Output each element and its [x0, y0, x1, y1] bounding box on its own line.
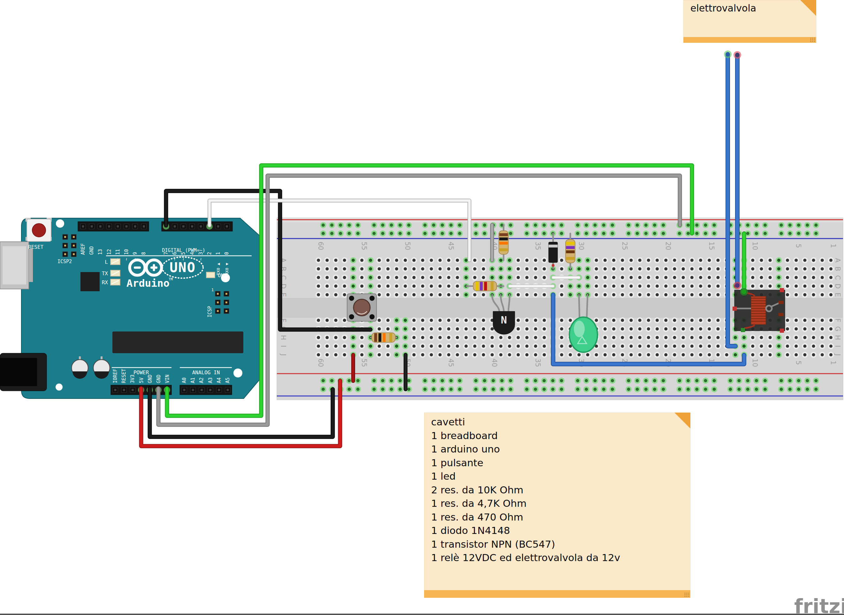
- header-pin-hole: [191, 226, 193, 228]
- wire-tip: [740, 288, 748, 296]
- uno-label: UNO: [170, 260, 196, 275]
- row-letter: A: [834, 258, 841, 263]
- column-number: 55: [360, 359, 368, 367]
- column-number: 25: [621, 242, 629, 250]
- column-number: 35: [534, 359, 542, 367]
- note-line: cavetti: [431, 415, 671, 429]
- pushbutton[interactable]: [347, 294, 377, 321]
- resistor-band: [378, 333, 381, 342]
- note-resize-grip-icon[interactable]: [810, 37, 815, 42]
- header-pin-hole: [117, 226, 119, 228]
- row-letter: F: [834, 318, 841, 322]
- pin-label: 12: [106, 249, 112, 255]
- header-pin-hole: [183, 389, 186, 391]
- wire-tip: [734, 282, 741, 289]
- transistor-mark: N: [501, 314, 507, 326]
- note-elettrovalvola[interactable]: elettrovalvola: [683, 0, 816, 43]
- note-line: 1 led: [431, 469, 671, 483]
- note-line: 1 pulsante: [431, 456, 671, 470]
- resistor-10k-horizontal[interactable]: [371, 333, 397, 342]
- note-drag-bar[interactable]: [424, 590, 690, 598]
- resistor-band: [491, 282, 494, 290]
- pin-label: 5V: [139, 377, 144, 383]
- column-number: 5: [794, 361, 802, 365]
- button-cap[interactable]: [353, 299, 370, 316]
- mounting-hole: [56, 219, 64, 228]
- column-number: 20: [664, 242, 672, 250]
- resistor-band: [484, 282, 487, 290]
- header-pin-hole: [108, 226, 110, 228]
- relay-pin: [741, 328, 745, 332]
- mounting-hole: [233, 368, 242, 377]
- note-line: 1 breadboard: [431, 429, 671, 443]
- note-text: cavetti1 breadboard1 arduino uno1 pulsan…: [431, 415, 671, 565]
- header-pin-hole: [99, 226, 101, 228]
- column-number: 1: [829, 361, 837, 365]
- pin-label: A1: [190, 377, 196, 383]
- icsp-label: ICSP: [207, 306, 212, 317]
- column-number: 35: [534, 242, 542, 250]
- note-line: 1 transistor NPN (BC547): [431, 537, 671, 551]
- digital-header-bank1: [78, 221, 149, 231]
- header-pin-hole: [226, 226, 228, 228]
- button-screw: [349, 296, 354, 301]
- resistor-band: [500, 248, 508, 251]
- resistor-band: [566, 242, 575, 245]
- relay-12vdc[interactable]: [733, 288, 785, 333]
- pin-label: 9: [132, 252, 138, 255]
- header-pin-hole: [91, 226, 93, 228]
- resistor-band: [500, 238, 508, 241]
- note-line: 2 res. da 10K Ohm: [431, 483, 671, 497]
- pin-label: A0: [182, 377, 187, 383]
- note-fold-icon: [674, 412, 690, 428]
- relay-pin: [733, 307, 737, 311]
- wire-tip-core: [742, 290, 746, 294]
- column-number: 10: [751, 242, 759, 250]
- pin-label: 11: [115, 249, 121, 255]
- pin-label: 2: [207, 252, 212, 255]
- wire-tip: [724, 50, 731, 58]
- led-on-label: ON: [218, 273, 224, 279]
- led-rx-label: RX: [102, 279, 108, 286]
- pin-label: GND: [156, 375, 161, 383]
- relay-contact: [778, 301, 784, 304]
- column-number: 60: [317, 242, 324, 250]
- header-pin-hole: [218, 389, 220, 391]
- row-letter: B: [834, 267, 841, 271]
- column-number: 10: [751, 359, 759, 367]
- relay-pin: [780, 288, 784, 292]
- usb-controller-chip: [81, 272, 100, 291]
- row-letter: C: [834, 275, 841, 280]
- wire-tip: [734, 51, 741, 59]
- resistor-band: [500, 242, 508, 245]
- reset-label: RESET: [28, 244, 44, 250]
- reset-button[interactable]: [26, 218, 52, 241]
- row-letter: J: [280, 353, 287, 356]
- led-on: [206, 272, 215, 278]
- resistor-band: [389, 333, 392, 342]
- power-jack-inner: [0, 358, 37, 386]
- pin-label: GND: [89, 246, 95, 255]
- column-number: 40: [491, 359, 498, 367]
- arduino-tm-label: TM: [169, 277, 173, 281]
- resistor-band: [566, 246, 575, 249]
- arduino-uno-board[interactable]: RESETAREFGND131211~10~9~876~5~43~210TX0 …: [0, 218, 259, 399]
- column-number: 45: [447, 242, 455, 250]
- fritzing-canvas: 6060555550504545404035353030252520201515…: [0, 0, 844, 616]
- column-number: 5: [794, 243, 802, 248]
- resistor-band: [475, 282, 478, 290]
- note-drag-bar[interactable]: [683, 37, 816, 43]
- atmega-chip: [113, 331, 243, 353]
- arduino-brand-label: Arduino: [126, 277, 170, 289]
- note-resize-grip-icon[interactable]: [684, 593, 689, 597]
- pin-label: VIN: [164, 375, 170, 383]
- header-pin-hole: [199, 226, 202, 228]
- pin-label: GND: [147, 375, 153, 383]
- row-letter: H: [280, 335, 287, 340]
- note-parts-list[interactable]: cavetti1 breadboard1 arduino uno1 pulsan…: [424, 412, 690, 598]
- analog-caption: ANALOG IN: [192, 370, 220, 375]
- bottom-border-line: [0, 614, 844, 615]
- icsp-pin1-label: 1: [211, 288, 214, 292]
- column-number: 45: [447, 359, 455, 367]
- column-number: 55: [360, 242, 368, 250]
